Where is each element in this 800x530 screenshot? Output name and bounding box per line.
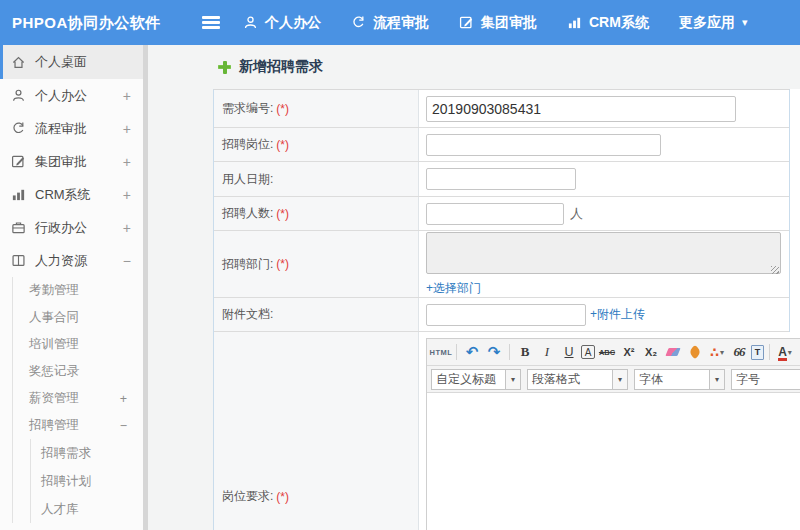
collapse-minus-icon[interactable]: − — [120, 419, 127, 433]
html-source-button[interactable]: HTML — [431, 342, 451, 362]
nav-process-approval[interactable]: 流程审批 — [351, 14, 429, 32]
paste-as-text-button[interactable]: T — [751, 345, 764, 360]
required-mark: (*) — [276, 490, 289, 504]
blockquote-button[interactable]: 66 — [729, 342, 749, 362]
sidebar-item-training-mgmt[interactable]: 培训管理 — [13, 331, 143, 358]
form-row-recruit-count: 招聘人数: (*) 人 — [214, 197, 789, 231]
expand-plus-icon[interactable]: + — [120, 392, 127, 406]
page-title: 新增招聘需求 — [218, 45, 323, 89]
nav-crm-system[interactable]: CRM系统 — [567, 14, 649, 32]
custom-title-select[interactable]: 自定义标题 ▾ — [431, 369, 521, 390]
undo-button[interactable]: ↶ — [462, 342, 482, 362]
attachment-input[interactable] — [426, 304, 586, 326]
sidebar-item-recruit-demand[interactable]: 招聘需求 — [31, 439, 143, 467]
field-label: 招聘岗位: — [222, 136, 273, 153]
nav-label: 流程审批 — [373, 14, 429, 32]
expand-plus-icon[interactable]: + — [123, 154, 131, 170]
sidebar-item-attendance-mgmt[interactable]: 考勤管理 — [13, 277, 143, 304]
bold-button[interactable]: B — [515, 342, 535, 362]
eraser-icon — [665, 348, 680, 356]
nav-personal-office[interactable]: 个人办公 — [243, 14, 321, 32]
sidebar-item-talent-pool[interactable]: 人才库 — [31, 495, 143, 523]
nav-label: CRM系统 — [589, 14, 649, 32]
form-row-recruit-position: 招聘岗位: (*) — [214, 128, 789, 162]
sidebar-item-label: 个人办公 — [35, 87, 123, 105]
nav-group-approval[interactable]: 集团审批 — [459, 14, 537, 32]
underline-button[interactable]: U — [559, 342, 579, 362]
collapse-minus-icon[interactable]: − — [123, 253, 131, 269]
sidebar-item-admin-office[interactable]: 行政办公 + — [0, 211, 143, 244]
format-brush-button[interactable] — [685, 342, 705, 362]
editor-toolbar-row1: HTML ↶ ↷ B I U A ABC X² X₂ — [427, 339, 800, 366]
eraser-button[interactable] — [663, 342, 683, 362]
caret-down-icon[interactable]: ▾ — [506, 369, 521, 390]
expand-plus-icon[interactable]: + — [123, 187, 131, 203]
sidebar-item-label: CRM系统 — [35, 186, 123, 204]
color-dots-icon: ∴ — [710, 345, 719, 360]
superscript-button[interactable]: X² — [619, 342, 639, 362]
user-icon — [10, 88, 26, 104]
nav-label: 更多应用 — [679, 14, 735, 32]
expand-plus-icon[interactable]: + — [123, 220, 131, 236]
font-family-select[interactable]: 字体 ▾ — [634, 369, 725, 390]
app-logo: PHPOA协同办公软件 — [12, 0, 161, 45]
sidebar-item-human-resources[interactable]: 人力资源 − — [0, 244, 143, 277]
home-icon — [10, 54, 26, 70]
expand-plus-icon[interactable]: + — [123, 88, 131, 104]
font-border-button[interactable]: A — [581, 345, 595, 359]
nav-more-apps[interactable]: 更多应用 ▾ — [679, 14, 748, 32]
editor-content-area[interactable] — [427, 393, 800, 530]
sidebar-item-group-approval[interactable]: 集团审批 + — [0, 145, 143, 178]
sidebar-item-hr-contract[interactable]: 人事合同 — [13, 304, 143, 331]
sidebar-item-personal-desktop[interactable]: 个人桌面 — [0, 45, 143, 79]
sidebar-item-recruit-mgmt[interactable]: 招聘管理 − — [13, 412, 143, 439]
recruit-count-input[interactable] — [426, 203, 564, 225]
form-row-demand-number: 需求编号: (*) — [214, 90, 789, 128]
expand-plus-icon[interactable]: + — [123, 121, 131, 137]
select-dept-link[interactable]: +选择部门 — [426, 280, 481, 297]
subscript-button[interactable]: X₂ — [641, 342, 661, 362]
toolbar-separator — [456, 344, 457, 360]
field-label: 附件文档: — [222, 306, 273, 323]
strikethrough-button[interactable]: ABC — [597, 342, 617, 362]
font-size-select[interactable]: 字号 ▾ — [731, 369, 800, 390]
top-navigation: 个人办公 流程审批 集团审批 CRM系统 更多应用 ▾ — [243, 0, 747, 45]
sidebar-item-label: 流程审批 — [35, 120, 123, 138]
form-row-attachment: 附件文档: +附件上传 — [214, 298, 789, 332]
edit-icon — [459, 15, 474, 30]
highlight-color-button[interactable]: ∴ ▾ — [707, 342, 727, 362]
sidebar-scrollbar[interactable] — [143, 45, 148, 530]
redo-button[interactable]: ↷ — [484, 342, 504, 362]
sidebar-item-crm-system[interactable]: CRM系统 + — [0, 178, 143, 211]
top-header: PHPOA协同办公软件 个人办公 流程审批 集团审批 CRM系统 — [0, 0, 800, 45]
caret-down-icon[interactable]: ▾ — [613, 369, 628, 390]
sidebar: 个人桌面 个人办公 + 流程审批 + 集团审批 + CRM系统 + 行政办公 + — [0, 45, 143, 530]
sidebar-item-process-approval[interactable]: 流程审批 + — [0, 112, 143, 145]
sidebar-item-reward-punishment[interactable]: 奖惩记录 — [13, 358, 143, 385]
caret-down-icon: ▾ — [720, 348, 724, 357]
book-icon — [10, 253, 26, 269]
brush-icon — [688, 345, 702, 359]
attachment-upload-link[interactable]: +附件上传 — [590, 306, 645, 323]
demand-number-input[interactable] — [426, 96, 736, 122]
toolbar-separator — [509, 344, 510, 360]
sidebar-item-personal-office[interactable]: 个人办公 + — [0, 79, 143, 112]
font-color-button[interactable]: A ▾ — [775, 342, 795, 362]
recruit-submenu: 招聘需求 招聘计划 人才库 — [30, 439, 143, 523]
main-content: 新增招聘需求 需求编号: (*) 招聘岗位: (*) 用人 — [148, 45, 800, 530]
recruit-position-input[interactable] — [426, 134, 661, 156]
resize-grip-icon[interactable] — [771, 266, 779, 274]
field-label: 招聘人数: — [222, 205, 273, 222]
required-mark: (*) — [276, 138, 289, 152]
italic-button[interactable]: I — [537, 342, 557, 362]
recruit-dept-textarea[interactable] — [426, 232, 781, 274]
sidebar-item-recruit-plan[interactable]: 招聘计划 — [31, 467, 143, 495]
editor-toolbar-row2: 自定义标题 ▾ 段落格式 ▾ 字体 ▾ 字号 ▾ — [427, 366, 800, 393]
nav-label: 个人办公 — [265, 14, 321, 32]
caret-down-icon[interactable]: ▾ — [710, 369, 725, 390]
paragraph-format-select[interactable]: 段落格式 ▾ — [527, 369, 628, 390]
sidebar-item-salary-mgmt[interactable]: 薪资管理 + — [13, 385, 143, 412]
recruit-demand-form: 需求编号: (*) 招聘岗位: (*) 用人日期: — [213, 89, 790, 530]
menu-toggle-button[interactable] — [202, 16, 220, 29]
hire-date-input[interactable] — [426, 168, 576, 190]
